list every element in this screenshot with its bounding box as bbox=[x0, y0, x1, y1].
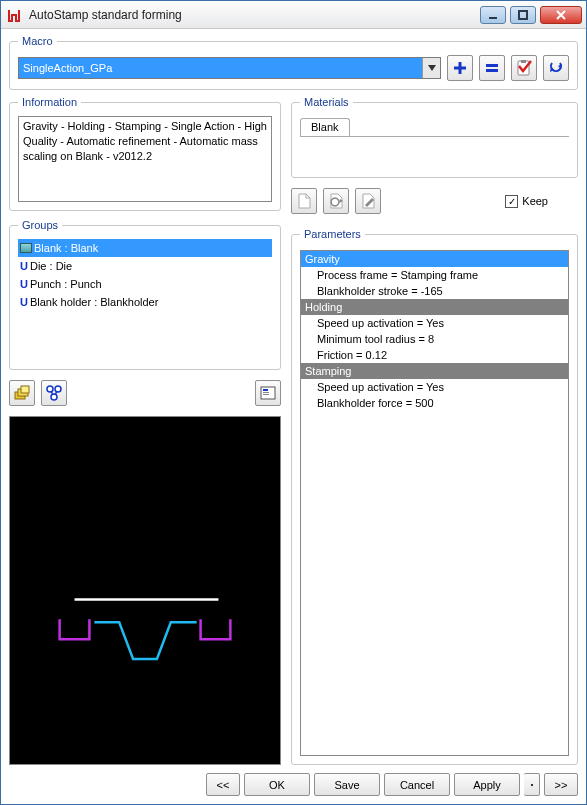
group-item-punch[interactable]: U Punch : Punch bbox=[18, 275, 272, 293]
material-tab-blank[interactable]: Blank bbox=[300, 118, 350, 136]
svg-rect-13 bbox=[263, 389, 268, 391]
groups-list[interactable]: Blank : Blank U Die : Die U Punch : Punc… bbox=[18, 239, 272, 365]
app-icon bbox=[5, 6, 23, 24]
svg-point-11 bbox=[51, 394, 57, 400]
param-item[interactable]: Speed up activation = Yes bbox=[301, 315, 568, 331]
keep-checkbox[interactable]: ✓ bbox=[505, 195, 518, 208]
dropdown-arrow-icon bbox=[422, 58, 440, 78]
svg-rect-5 bbox=[521, 60, 526, 63]
svg-rect-15 bbox=[263, 394, 269, 395]
macro-check-button[interactable] bbox=[511, 55, 537, 81]
window-title: AutoStamp standard forming bbox=[29, 8, 480, 22]
minimize-button[interactable] bbox=[480, 6, 506, 24]
u-icon: U bbox=[20, 296, 28, 308]
cancel-button[interactable]: Cancel bbox=[384, 773, 450, 796]
titlebar: AutoStamp standard forming bbox=[1, 1, 586, 29]
macro-row: SingleAction_GPa bbox=[18, 55, 569, 81]
information-fieldset: Information Gravity - Holding - Stamping… bbox=[9, 96, 281, 211]
groups-legend: Groups bbox=[18, 219, 62, 231]
apply-dropdown-button[interactable] bbox=[524, 773, 540, 796]
left-column: Information Gravity - Holding - Stamping… bbox=[9, 96, 281, 765]
macro-refresh-button[interactable] bbox=[543, 55, 569, 81]
material-import-button[interactable] bbox=[323, 188, 349, 214]
param-item[interactable]: Blankholder force = 500 bbox=[301, 395, 568, 411]
next-button[interactable]: >> bbox=[544, 773, 578, 796]
maximize-button[interactable] bbox=[510, 6, 536, 24]
preview-viewport[interactable] bbox=[9, 416, 281, 765]
u-icon: U bbox=[20, 278, 28, 290]
group-label: Blank : Blank bbox=[34, 242, 98, 254]
keep-checkbox-group[interactable]: ✓ Keep bbox=[505, 195, 548, 208]
blank-icon bbox=[20, 243, 32, 253]
macro-selected-text: SingleAction_GPa bbox=[19, 62, 422, 74]
groups-toolbar bbox=[9, 378, 281, 408]
right-column: Materials Blank ✓ Keep Parameters bbox=[291, 96, 578, 765]
app-window: AutoStamp standard forming Macro SingleA… bbox=[0, 0, 587, 805]
svg-rect-8 bbox=[21, 386, 29, 393]
group-item-die[interactable]: U Die : Die bbox=[18, 257, 272, 275]
keep-label: Keep bbox=[522, 195, 548, 207]
param-item[interactable]: Friction = 0.12 bbox=[301, 347, 568, 363]
window-controls bbox=[480, 6, 582, 24]
prev-button[interactable]: << bbox=[206, 773, 240, 796]
parameters-legend: Parameters bbox=[300, 228, 365, 240]
svg-point-9 bbox=[47, 386, 53, 392]
param-section-stamping[interactable]: Stamping bbox=[301, 363, 568, 379]
link-button[interactable] bbox=[41, 380, 67, 406]
parameters-fieldset: Parameters Gravity Process frame = Stamp… bbox=[291, 228, 578, 765]
layers-button[interactable] bbox=[9, 380, 35, 406]
macro-fieldset: Macro SingleAction_GPa bbox=[9, 35, 578, 90]
group-label: Die : Die bbox=[30, 260, 72, 272]
svg-point-10 bbox=[55, 386, 61, 392]
param-item[interactable]: Speed up activation = Yes bbox=[301, 379, 568, 395]
parameters-list[interactable]: Gravity Process frame = Stamping frame B… bbox=[300, 250, 569, 756]
group-label: Blank holder : Blankholder bbox=[30, 296, 158, 308]
bottom-bar: << OK Save Cancel Apply >> bbox=[1, 769, 586, 804]
body: Macro SingleAction_GPa Information Gravi… bbox=[1, 29, 586, 769]
svg-rect-14 bbox=[263, 392, 269, 393]
param-item[interactable]: Blankholder stroke = -165 bbox=[301, 283, 568, 299]
macro-select[interactable]: SingleAction_GPa bbox=[18, 57, 441, 79]
u-icon: U bbox=[20, 260, 28, 272]
svg-rect-3 bbox=[486, 69, 498, 72]
save-button[interactable]: Save bbox=[314, 773, 380, 796]
param-section-gravity[interactable]: Gravity bbox=[301, 251, 568, 267]
spacer bbox=[73, 380, 249, 406]
materials-tabs: Blank bbox=[300, 118, 569, 137]
macro-legend: Macro bbox=[18, 35, 57, 47]
group-item-blankholder[interactable]: U Blank holder : Blankholder bbox=[18, 293, 272, 311]
svg-rect-1 bbox=[519, 11, 527, 19]
groups-fieldset: Groups Blank : Blank U Die : Die U Punc bbox=[9, 219, 281, 370]
information-legend: Information bbox=[18, 96, 81, 108]
svg-rect-2 bbox=[486, 64, 498, 67]
svg-rect-18 bbox=[531, 784, 533, 786]
materials-toolbar: ✓ Keep bbox=[291, 186, 578, 220]
group-item-blank[interactable]: Blank : Blank bbox=[18, 239, 272, 257]
param-item[interactable]: Process frame = Stamping frame bbox=[301, 267, 568, 283]
materials-fieldset: Materials Blank bbox=[291, 96, 578, 178]
properties-button[interactable] bbox=[255, 380, 281, 406]
materials-legend: Materials bbox=[300, 96, 353, 108]
material-edit-button[interactable] bbox=[355, 188, 381, 214]
material-new-button[interactable] bbox=[291, 188, 317, 214]
svg-rect-16 bbox=[10, 446, 280, 736]
param-item[interactable]: Minimum tool radius = 8 bbox=[301, 331, 568, 347]
columns: Information Gravity - Holding - Stamping… bbox=[9, 96, 578, 765]
group-label: Punch : Punch bbox=[30, 278, 102, 290]
param-section-holding[interactable]: Holding bbox=[301, 299, 568, 315]
apply-button[interactable]: Apply bbox=[454, 773, 520, 796]
information-text: Gravity - Holding - Stamping - Single Ac… bbox=[18, 116, 272, 202]
ok-button[interactable]: OK bbox=[244, 773, 310, 796]
svg-rect-0 bbox=[489, 17, 497, 19]
macro-copy-button[interactable] bbox=[479, 55, 505, 81]
macro-add-button[interactable] bbox=[447, 55, 473, 81]
close-button[interactable] bbox=[540, 6, 582, 24]
